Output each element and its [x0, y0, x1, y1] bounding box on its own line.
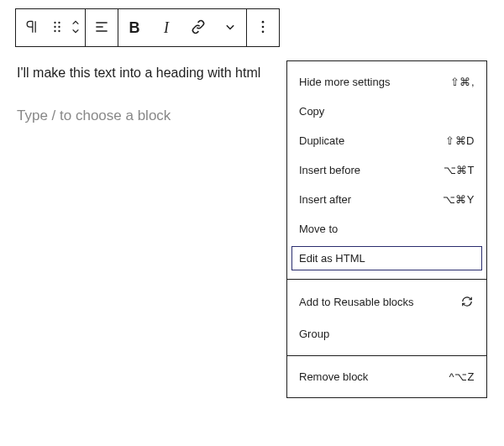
menu-item-label: Remove block [299, 370, 368, 383]
svg-point-4 [54, 29, 55, 31]
menu-item-label: Edit as HTML [299, 252, 365, 265]
bold-icon: B [129, 19, 140, 37]
menu-duplicate[interactable]: Duplicate ⇧⌘D [287, 126, 486, 155]
menu-copy[interactable]: Copy [287, 97, 486, 126]
align-left-icon [93, 18, 110, 38]
shortcut-text: ⇧⌘, [450, 76, 475, 88]
menu-hide-more-settings[interactable]: Hide more settings ⇧⌘, [287, 67, 486, 97]
menu-item-label: Group [299, 328, 329, 340]
svg-point-5 [58, 29, 60, 31]
menu-group[interactable]: Group [287, 317, 486, 349]
shortcut-text: ^⌥Z [449, 370, 475, 383]
menu-item-label: Copy [299, 105, 324, 118]
toolbar-group-more [247, 9, 279, 46]
shortcut-text: ⌥⌘Y [443, 193, 475, 206]
menu-insert-after[interactable]: Insert after ⌥⌘Y [287, 185, 486, 214]
menu-insert-before[interactable]: Insert before ⌥⌘T [287, 155, 486, 185]
drag-icon [49, 18, 66, 38]
paragraph-block-button[interactable] [16, 9, 48, 46]
shortcut-text: ⌥⌘T [444, 164, 475, 176]
svg-point-3 [58, 25, 60, 27]
svg-point-6 [262, 20, 265, 23]
toolbar-group-align [86, 9, 118, 46]
shortcut-text: ⇧⌘D [445, 134, 475, 147]
svg-point-1 [58, 21, 60, 23]
menu-section-1: Hide more settings ⇧⌘, Copy Duplicate ⇧⌘… [287, 61, 486, 280]
toolbar-group-block [16, 9, 86, 46]
align-button[interactable] [86, 9, 118, 46]
menu-item-label: Hide more settings [299, 76, 390, 88]
italic-button[interactable]: I [150, 9, 182, 46]
menu-section-2: Add to Reusable blocks Group [287, 280, 486, 356]
svg-point-2 [54, 25, 55, 27]
more-vertical-icon [255, 18, 271, 38]
move-up-down-button[interactable] [66, 9, 85, 46]
svg-point-0 [54, 21, 55, 23]
pilcrow-icon [24, 18, 40, 38]
svg-point-7 [262, 25, 265, 28]
menu-add-reusable[interactable]: Add to Reusable blocks [287, 286, 486, 317]
link-button[interactable] [182, 9, 214, 46]
menu-remove-block[interactable]: Remove block ^⌥Z [287, 362, 486, 391]
svg-point-8 [262, 30, 265, 33]
toolbar-group-format: B I [118, 9, 247, 46]
menu-item-label: Insert after [299, 193, 351, 206]
menu-item-label: Duplicate [299, 134, 344, 147]
arrows-up-down-icon [67, 18, 84, 38]
menu-move-to[interactable]: Move to [287, 214, 486, 244]
bold-button[interactable]: B [118, 9, 150, 46]
italic-icon: I [164, 19, 169, 37]
menu-item-label: Add to Reusable blocks [299, 296, 414, 308]
menu-item-label: Insert before [299, 164, 360, 176]
menu-edit-as-html[interactable]: Edit as HTML [289, 244, 485, 273]
drag-handle-button[interactable] [48, 9, 66, 46]
more-options-button[interactable] [247, 9, 279, 46]
menu-item-label: Move to [299, 223, 338, 235]
block-options-menu: Hide more settings ⇧⌘, Copy Duplicate ⇧⌘… [286, 60, 487, 398]
reusable-icon [459, 294, 475, 309]
block-toolbar: B I [15, 8, 280, 47]
chevron-down-icon [222, 18, 239, 38]
more-rich-text-button[interactable] [214, 9, 246, 46]
link-icon [190, 18, 207, 38]
empty-icon [459, 326, 475, 341]
menu-section-3: Remove block ^⌥Z [287, 356, 486, 397]
